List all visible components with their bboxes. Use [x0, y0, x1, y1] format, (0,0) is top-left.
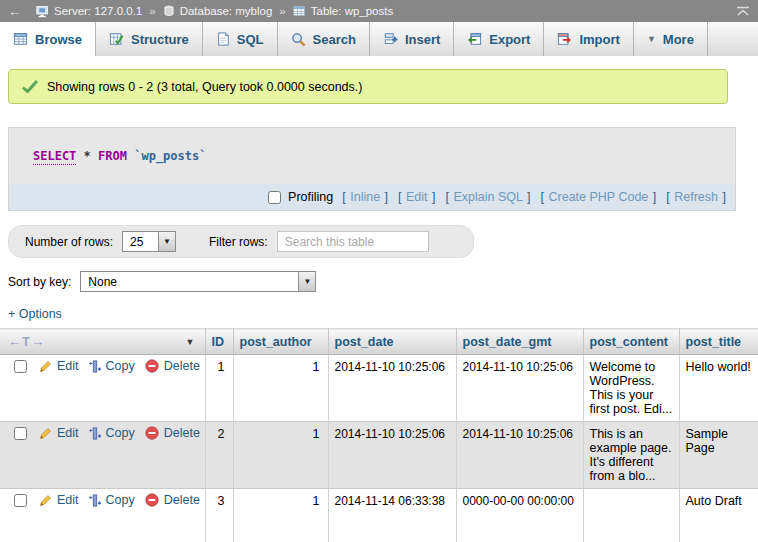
tab-label: SQL [237, 32, 264, 47]
column-header-post-date[interactable]: post_date [328, 329, 456, 355]
collapse-topbar-icon[interactable] [736, 6, 750, 17]
sort-row: Sort by key: None ▼ [8, 271, 758, 292]
copy-link[interactable]: Copy [106, 426, 135, 440]
column-visibility-dropdown-icon[interactable]: ▼ [186, 337, 195, 347]
copy-icon[interactable] [89, 360, 101, 373]
create-php-code-link[interactable]: Create PHP Code [548, 190, 648, 204]
back-arrow-icon[interactable]: ← [8, 4, 21, 19]
cell-post-content: This is an example page. It's different … [583, 422, 679, 489]
select-caret-icon[interactable]: ▼ [158, 232, 175, 251]
column-header-post-title[interactable]: post_title [679, 329, 758, 355]
cell-post-content: Welcome to WordPress. This is your first… [583, 355, 679, 422]
column-header-post-content[interactable]: post_content [583, 329, 679, 355]
chevron-down-icon: ▼ [647, 34, 656, 44]
table-icon [293, 5, 306, 18]
select-caret-icon[interactable]: ▼ [298, 272, 315, 291]
edit-pencil-icon[interactable] [39, 494, 52, 507]
breadcrumb-separator: » [279, 5, 285, 17]
tab-label: Structure [131, 32, 189, 47]
row-checkbox[interactable] [14, 494, 27, 507]
tab-label: Import [579, 32, 619, 47]
cell-post-author: 1 [233, 422, 328, 489]
sort-by-key-select[interactable]: None ▼ [80, 271, 316, 292]
row-checkbox[interactable] [14, 360, 27, 373]
results-table: ←T→ ▼ ID post_author post_date post_date… [0, 328, 758, 542]
bracket: ] [432, 190, 435, 204]
tab-label: Search [313, 32, 356, 47]
inline-link[interactable]: Inline [350, 190, 380, 204]
bracket: [ [666, 190, 669, 204]
delete-link[interactable]: Delete [164, 493, 200, 507]
success-check-icon [22, 80, 38, 93]
edit-link[interactable]: Edit [57, 493, 79, 507]
sql-query-text: SELECT * FROM `wp_posts` [9, 128, 735, 184]
server-icon [36, 5, 49, 18]
success-text: Showing rows 0 - 2 (3 total, Query took … [47, 80, 362, 94]
cell-post-date-gmt: 2014-11-10 10:25:06 [456, 422, 583, 489]
sql-table-identifier: `wp_posts` [134, 149, 206, 163]
tab-more[interactable]: ▼ More [634, 22, 708, 56]
filter-rows-input[interactable] [277, 231, 429, 252]
cell-post-title: Sample Page [679, 422, 758, 489]
table-row: Edit Copy Delete 3 1 2014-11-14 06:33:38… [0, 489, 758, 542]
bracket: ] [723, 190, 726, 204]
delete-icon[interactable] [145, 426, 159, 440]
copy-link[interactable]: Copy [106, 359, 135, 373]
cell-id: 1 [205, 355, 233, 422]
tab-search[interactable]: Search [278, 22, 370, 56]
structure-icon [109, 32, 124, 46]
delete-icon[interactable] [145, 493, 159, 507]
tab-label: Browse [35, 32, 82, 47]
cell-post-date: 2014-11-14 06:33:38 [328, 489, 456, 542]
row-checkbox[interactable] [14, 427, 27, 440]
copy-icon[interactable] [89, 494, 101, 507]
tab-browse[interactable]: Browse [0, 22, 96, 56]
table-row: Edit Copy Delete 2 1 2014-11-10 10:25:06… [0, 422, 758, 489]
column-header-post-date-gmt[interactable]: post_date_gmt [456, 329, 583, 355]
import-icon [557, 32, 572, 46]
column-move-icon[interactable]: ←T→ [8, 334, 45, 349]
sql-query-box: SELECT * FROM `wp_posts` Profiling [ Inl… [8, 127, 736, 211]
cell-post-content [583, 489, 679, 542]
breadcrumb-separator: » [149, 5, 155, 17]
tab-sql[interactable]: SQL [203, 22, 278, 56]
cell-post-date-gmt: 2014-11-10 10:25:06 [456, 355, 583, 422]
explain-sql-link[interactable]: Explain SQL [454, 190, 523, 204]
tab-label: Export [489, 32, 530, 47]
options-toggle-link[interactable]: + Options [8, 307, 62, 321]
bracket: ] [385, 190, 388, 204]
edit-query-link[interactable]: Edit [406, 190, 428, 204]
copy-icon[interactable] [89, 427, 101, 440]
profiling-checkbox[interactable] [268, 191, 281, 204]
breadcrumb-database[interactable]: Database: myblog [180, 5, 273, 17]
row-actions-cell: Edit Copy Delete [0, 355, 205, 422]
tab-export[interactable]: Export [454, 22, 544, 56]
cell-post-author: 1 [233, 489, 328, 542]
inline-link-group: [ Inline ] [341, 190, 389, 204]
delete-link[interactable]: Delete [164, 426, 200, 440]
number-of-rows-select[interactable]: 25 ▼ [122, 231, 176, 252]
sort-by-key-value: None [81, 275, 124, 289]
delete-icon[interactable] [145, 359, 159, 373]
edit-link[interactable]: Edit [57, 426, 79, 440]
row-actions-cell: Edit Copy Delete [0, 422, 205, 489]
refresh-link[interactable]: Refresh [674, 190, 718, 204]
breadcrumb-server[interactable]: Server: 127.0.0.1 [54, 5, 142, 17]
edit-pencil-icon[interactable] [39, 360, 52, 373]
insert-icon [383, 32, 398, 46]
php-code-link-group: [ Create PHP Code ] [540, 190, 658, 204]
copy-link[interactable]: Copy [106, 493, 135, 507]
edit-pencil-icon[interactable] [39, 427, 52, 440]
tab-structure[interactable]: Structure [96, 22, 203, 56]
tab-import[interactable]: Import [544, 22, 633, 56]
delete-link[interactable]: Delete [164, 359, 200, 373]
edit-link[interactable]: Edit [57, 359, 79, 373]
column-header-post-author[interactable]: post_author [233, 329, 328, 355]
breadcrumb-table[interactable]: Table: wp_posts [311, 5, 393, 17]
database-icon [163, 5, 175, 17]
tab-insert[interactable]: Insert [370, 22, 454, 56]
bracket: [ [541, 190, 544, 204]
rows-filter-panel: Number of rows: 25 ▼ Filter rows: [8, 225, 474, 258]
number-of-rows-label: Number of rows: [25, 235, 113, 249]
column-header-id[interactable]: ID [205, 329, 233, 355]
